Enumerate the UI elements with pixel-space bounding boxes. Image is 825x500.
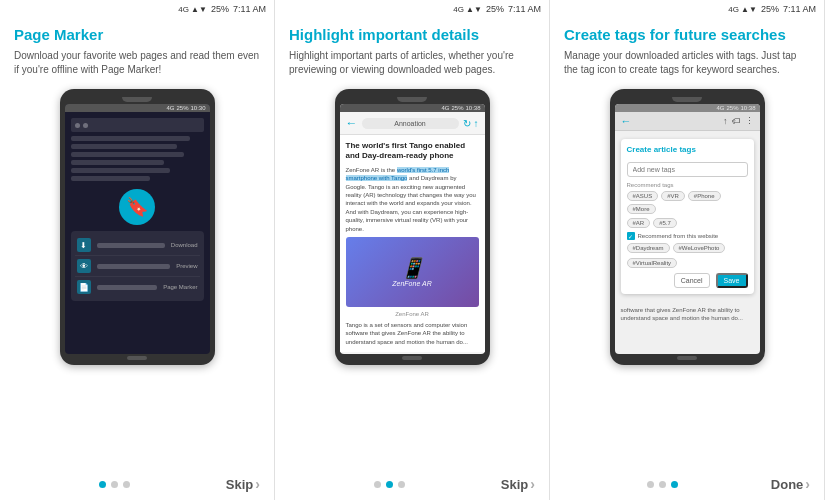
tags-row-2: #AR #5.7: [627, 218, 748, 228]
phone-1-menu: ⬇ Download 👁 Preview 📄 Page Mar: [71, 231, 204, 301]
dots-2: [289, 481, 491, 488]
recommend-checkbox[interactable]: ✓: [627, 232, 635, 240]
phone-2-container: 4G 25% 10:38 ← Annoation ↻ ↑ The world's…: [275, 81, 549, 468]
menu-item-pagemarker: 📄 Page Marker: [75, 277, 200, 297]
tag-input[interactable]: [627, 162, 748, 177]
pagemarker-icon: 📄: [77, 280, 91, 294]
battery-text-2: 25%: [486, 4, 504, 14]
tags-row-3: #Daydream #WeLovePhoto: [627, 243, 748, 253]
time-text-3: 7:11 AM: [783, 4, 816, 14]
signal-icon: 4G ▲▼: [178, 5, 207, 14]
bottom-nav-3: Done ›: [550, 468, 824, 500]
skip-arrow-1: ›: [255, 476, 260, 492]
share-icon: ↑: [474, 118, 479, 129]
phone-1-icon-area: 🔖: [71, 189, 204, 225]
highlight-text: world's first 5.7 inch smartphone with T…: [346, 167, 450, 181]
signal-icon-2: 4G ▲▼: [453, 5, 482, 14]
dot-2-active: [386, 481, 393, 488]
tag-dialog-title: Create article tags: [627, 145, 748, 154]
done-arrow: ›: [805, 476, 810, 492]
article-body-2: ZenFone AR is the world's first 5.7 inch…: [346, 166, 479, 233]
tags-row-1: #ASUS #VR #Phone #More: [627, 191, 748, 214]
tag-57: #5.7: [653, 218, 677, 228]
checkbox-row: ✓ Recommend from this website: [627, 232, 748, 240]
status-bar-3: 4G ▲▼ 25% 7:11 AM: [550, 0, 824, 18]
home-btn-3: [677, 356, 697, 360]
home-btn-2: [402, 356, 422, 360]
phone-1-container: 4G 25% 10:30: [0, 81, 274, 468]
phone-1-status: 4G 25% 10:30: [65, 104, 210, 112]
status-bar-1: 4G ▲▼ 25% 7:11 AM: [0, 0, 274, 18]
time-text: 7:11 AM: [233, 4, 266, 14]
cancel-button[interactable]: Cancel: [674, 273, 710, 288]
back-arrow-2: ←: [346, 116, 358, 130]
phone-3-article-below: software that gives ZenFone AR the abili…: [615, 302, 760, 327]
done-button[interactable]: Done ›: [761, 476, 810, 492]
panel-1: 4G ▲▼ 25% 7:11 AM Page Marker Download y…: [0, 0, 275, 500]
status-bar-2: 4G ▲▼ 25% 7:11 AM: [275, 0, 549, 18]
phone-3: 4G 25% 10:38 ← ↑ 🏷 ⋮ Create article tags…: [610, 89, 765, 365]
tag-welovephoto: #WeLovePhoto: [673, 243, 726, 253]
dot-3-active: [671, 481, 678, 488]
refresh-icon: ↻: [463, 118, 471, 129]
tag-dialog: Create article tags Recommend tags #ASUS…: [621, 139, 754, 294]
tag-vr: #VR: [661, 191, 685, 201]
panel-3-header: Create tags for future searches Manage y…: [550, 18, 824, 81]
battery-text: 25%: [211, 4, 229, 14]
phone-2-topbar: ← Annoation ↻ ↑: [340, 112, 485, 135]
dot-1-active: [99, 481, 106, 488]
panel-3-title: Create tags for future searches: [564, 26, 810, 43]
home-btn-1: [127, 356, 147, 360]
dot-3-2: [659, 481, 666, 488]
phone-2-topbar-icons: ↻ ↑: [463, 118, 479, 129]
phone-1: 4G 25% 10:30: [60, 89, 215, 365]
panel-1-desc: Download your favorite web pages and rea…: [14, 49, 260, 77]
phone-3-container: 4G 25% 10:38 ← ↑ 🏷 ⋮ Create article tags…: [550, 81, 824, 468]
phone-2-status: 4G 25% 10:38: [340, 104, 485, 112]
panel-2-desc: Highlight important parts of articles, w…: [289, 49, 535, 77]
panel-2: 4G ▲▼ 25% 7:11 AM Highlight important de…: [275, 0, 550, 500]
phone-notch-2: [397, 97, 427, 102]
phone-3-status: 4G 25% 10:38: [615, 104, 760, 112]
menu-item-download: ⬇ Download: [75, 235, 200, 256]
download-icon: ⬇: [77, 238, 91, 252]
tag-phone: #Phone: [688, 191, 721, 201]
recommend-label: Recommend tags: [627, 182, 748, 188]
phone-3-screen: 4G 25% 10:38 ← ↑ 🏷 ⋮ Create article tags…: [615, 104, 760, 354]
phone-2-screen: 4G 25% 10:38 ← Annoation ↻ ↑ The world's…: [340, 104, 485, 354]
phone-notch-1: [122, 97, 152, 102]
article-more-text-2: Tango is a set of sensors and computer v…: [346, 321, 479, 346]
save-button[interactable]: Save: [716, 273, 748, 288]
dot-1-2: [111, 481, 118, 488]
panel-1-title: Page Marker: [14, 26, 260, 43]
back-icon-3: ←: [621, 115, 632, 127]
tag-ar: #AR: [627, 218, 651, 228]
tag-virtualreality: #VirtualReality: [627, 258, 678, 268]
tag-daydream: #Daydream: [627, 243, 670, 253]
panel-3: 4G ▲▼ 25% 7:11 AM Create tags for future…: [550, 0, 825, 500]
phone-1-content: 🔖 ⬇ Download 👁 Preview: [65, 112, 210, 307]
dot-2-1: [374, 481, 381, 488]
skip-button-1[interactable]: Skip ›: [216, 476, 260, 492]
article-title-2: The world's first Tango enabled and Day-…: [346, 141, 479, 162]
tag-more: #More: [627, 204, 656, 214]
url-bar-2: Annoation: [362, 118, 459, 129]
dots-1: [14, 481, 216, 488]
dot-3-1: [647, 481, 654, 488]
share-icon-3: ↑: [723, 116, 728, 126]
checkbox-label: Recommend from this website: [638, 233, 719, 239]
bottom-nav-2: Skip ›: [275, 468, 549, 500]
phone-2-product-image: 📱 ZenFone AR: [346, 237, 479, 307]
phone-1-topbar: [71, 118, 204, 132]
skip-button-2[interactable]: Skip ›: [491, 476, 535, 492]
signal-icon-3: 4G ▲▼: [728, 5, 757, 14]
bookmark-icon: 🔖: [119, 189, 155, 225]
phone-1-screen: 4G 25% 10:30: [65, 104, 210, 354]
dot-1-3: [123, 481, 130, 488]
dialog-buttons: Cancel Save: [627, 273, 748, 288]
tag-asus: #ASUS: [627, 191, 659, 201]
menu-item-preview: 👁 Preview: [75, 256, 200, 277]
phone-2-article: The world's first Tango enabled and Day-…: [340, 135, 485, 352]
dots-3: [564, 481, 761, 488]
panel-3-desc: Manage your downloaded articles with tag…: [564, 49, 810, 77]
